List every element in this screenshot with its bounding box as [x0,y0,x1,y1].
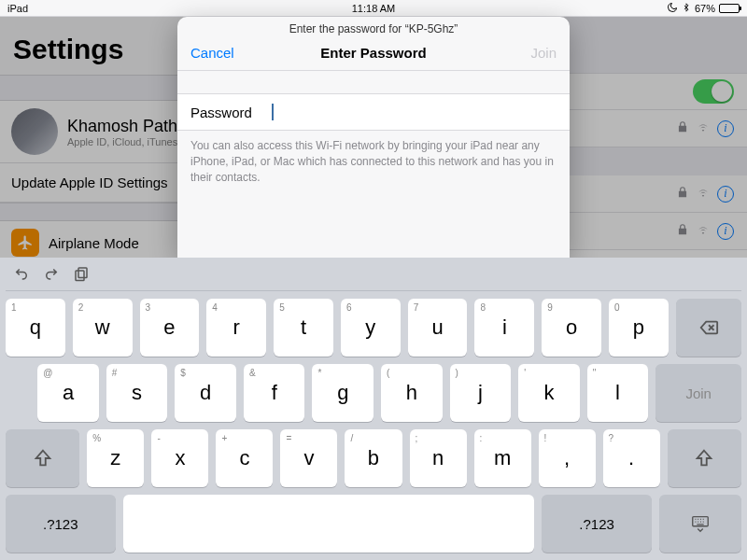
key-b[interactable]: /b [345,429,402,487]
wifi-icon [697,186,710,202]
key-w[interactable]: 2w [73,299,133,357]
key-p[interactable]: 0p [609,299,669,357]
key-t[interactable]: 5t [274,299,333,357]
keyboard-toolbar [6,263,741,291]
join-key[interactable]: Join [655,364,741,422]
password-row[interactable]: Password [177,93,570,131]
key-u[interactable]: 7u [408,299,468,357]
profile-sub: Apple ID, iCloud, iTunes & [67,136,195,147]
key-v[interactable]: =v [280,429,337,487]
password-label: Password [190,105,270,120]
info-icon[interactable]: i [717,120,734,137]
key-,[interactable]: !, [539,429,596,487]
svg-rect-0 [78,268,87,278]
join-button[interactable]: Join [500,45,557,61]
key-q[interactable]: 1q [6,299,65,357]
numbers-key[interactable]: .?123 [542,495,652,553]
key-l[interactable]: "l [587,364,649,422]
clipboard-icon[interactable] [73,265,90,286]
key-n[interactable]: ;n [410,429,467,487]
shift-key[interactable] [6,429,79,487]
lock-icon [676,186,689,202]
bluetooth-icon [682,2,691,15]
status-bar: iPad 11:18 AM 67% [0,0,747,17]
wifi-switch[interactable] [693,79,734,104]
modal-prompt: Enter the password for “KP-5Ghz” [177,17,570,39]
key-g[interactable]: *g [312,364,374,422]
key-m[interactable]: :m [474,429,531,487]
wifi-password-modal: Enter the password for “KP-5Ghz” Cancel … [177,17,570,258]
key-z[interactable]: %z [87,429,144,487]
key-i[interactable]: 8i [474,299,534,357]
key-h[interactable]: (h [381,364,443,422]
battery-percent: 67% [695,3,715,14]
modal-hint: You can also access this Wi-Fi network b… [177,131,570,192]
virtual-keyboard: 1q2w3e4r5t6y7u8i9o0p @a#s$d&f*g(h)j'k"lJ… [0,258,747,560]
key-o[interactable]: 9o [542,299,601,357]
shift-key[interactable] [668,429,741,487]
key-d[interactable]: $d [175,364,236,422]
key-f[interactable]: &f [244,364,305,422]
key-.[interactable]: ?. [603,429,660,487]
battery-icon [719,4,740,13]
do-not-disturb-icon [667,2,678,15]
undo-icon[interactable] [13,265,30,286]
key-r[interactable]: 4r [206,299,266,357]
key-j[interactable]: )j [450,364,512,422]
wifi-icon [697,120,710,136]
key-c[interactable]: +c [216,429,273,487]
svg-rect-1 [76,271,84,281]
key-k[interactable]: 'k [518,364,580,422]
lock-icon [676,120,689,136]
cancel-button[interactable]: Cancel [190,45,247,61]
dismiss-keyboard-key[interactable] [659,495,741,553]
redo-icon[interactable] [43,265,60,286]
airplane-icon [11,229,39,257]
key-e[interactable]: 3e [140,299,200,357]
avatar [11,108,58,155]
device-label: iPad [7,3,28,14]
info-icon[interactable]: i [717,186,734,203]
numbers-key[interactable]: .?123 [6,495,116,553]
clock: 11:18 AM [0,3,747,14]
key-a[interactable]: @a [37,364,99,422]
space-key[interactable] [123,495,535,553]
password-input[interactable] [274,105,557,120]
key-s[interactable]: #s [106,364,168,422]
key-x[interactable]: -x [151,429,208,487]
info-icon[interactable]: i [717,223,734,240]
profile-name: Khamosh Pathak [67,117,195,136]
modal-title: Enter Password [320,45,426,61]
key-y[interactable]: 6y [341,299,401,357]
lock-icon [676,223,689,239]
wifi-icon [697,223,710,239]
backspace-key[interactable] [676,299,741,357]
